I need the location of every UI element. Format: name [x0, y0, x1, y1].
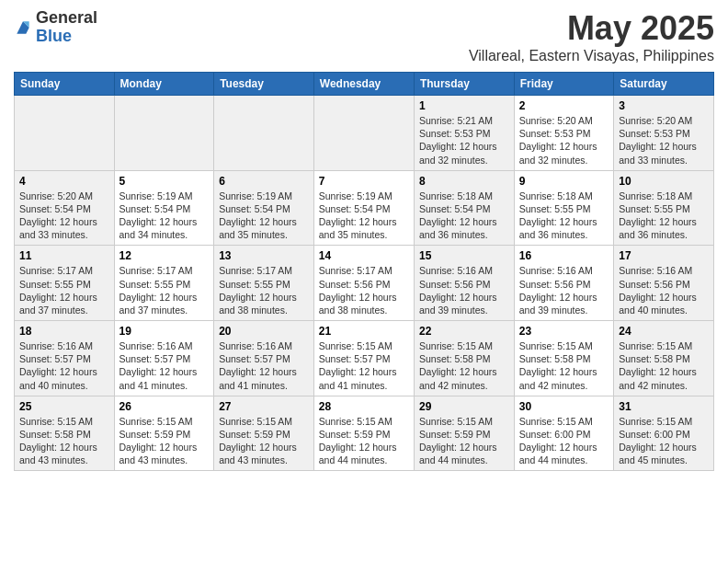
- day-number-25: 25: [19, 400, 109, 413]
- day-number-14: 14: [319, 249, 409, 262]
- day-info-18: Sunrise: 5:16 AM Sunset: 5:57 PM Dayligh…: [19, 339, 109, 392]
- day-info-5: Sunrise: 5:19 AM Sunset: 5:54 PM Dayligh…: [119, 190, 210, 242]
- day-cell-16: 16Sunrise: 5:16 AM Sunset: 5:56 PM Dayli…: [514, 246, 613, 321]
- day-cell-8: 8Sunrise: 5:18 AM Sunset: 5:54 PM Daylig…: [414, 170, 514, 246]
- day-info-31: Sunrise: 5:15 AM Sunset: 6:00 PM Dayligh…: [619, 415, 709, 467]
- header: General Blue May 2025 Villareal, Eastern…: [14, 9, 714, 64]
- day-cell-3: 3Sunrise: 5:20 AM Sunset: 5:53 PM Daylig…: [614, 96, 714, 171]
- day-number-8: 8: [419, 175, 509, 188]
- day-cell-1: 1Sunrise: 5:21 AM Sunset: 5:53 PM Daylig…: [414, 96, 514, 171]
- week-row-1: 1Sunrise: 5:21 AM Sunset: 5:53 PM Daylig…: [15, 96, 714, 171]
- day-number-30: 30: [519, 400, 609, 413]
- day-number-15: 15: [419, 249, 509, 262]
- header-tuesday: Tuesday: [214, 73, 314, 96]
- day-info-13: Sunrise: 5:17 AM Sunset: 5:55 PM Dayligh…: [219, 264, 309, 316]
- day-info-12: Sunrise: 5:17 AM Sunset: 5:55 PM Dayligh…: [119, 264, 210, 316]
- empty-cell: [15, 96, 115, 171]
- day-number-28: 28: [319, 400, 409, 413]
- day-number-11: 11: [19, 249, 109, 262]
- day-cell-17: 17Sunrise: 5:16 AM Sunset: 5:56 PM Dayli…: [614, 246, 714, 321]
- day-number-29: 29: [419, 400, 509, 413]
- day-info-22: Sunrise: 5:15 AM Sunset: 5:58 PM Dayligh…: [419, 339, 509, 392]
- day-number-21: 21: [319, 325, 409, 338]
- day-info-19: Sunrise: 5:16 AM Sunset: 5:57 PM Dayligh…: [119, 339, 210, 392]
- day-cell-11: 11Sunrise: 5:17 AM Sunset: 5:55 PM Dayli…: [15, 246, 115, 321]
- day-info-10: Sunrise: 5:18 AM Sunset: 5:55 PM Dayligh…: [619, 190, 709, 242]
- day-cell-14: 14Sunrise: 5:17 AM Sunset: 5:56 PM Dayli…: [313, 246, 414, 321]
- day-number-9: 9: [519, 175, 609, 188]
- day-number-22: 22: [419, 325, 509, 338]
- day-cell-19: 19Sunrise: 5:16 AM Sunset: 5:57 PM Dayli…: [114, 321, 214, 396]
- day-cell-31: 31Sunrise: 5:15 AM Sunset: 6:00 PM Dayli…: [614, 396, 714, 471]
- header-wednesday: Wednesday: [313, 73, 414, 96]
- day-number-16: 16: [519, 249, 609, 262]
- week-row-3: 11Sunrise: 5:17 AM Sunset: 5:55 PM Dayli…: [15, 246, 714, 321]
- month-title: May 2025: [469, 9, 714, 48]
- day-cell-18: 18Sunrise: 5:16 AM Sunset: 5:57 PM Dayli…: [15, 321, 115, 396]
- empty-cell: [313, 96, 414, 171]
- day-info-23: Sunrise: 5:15 AM Sunset: 5:58 PM Dayligh…: [519, 339, 609, 392]
- day-info-11: Sunrise: 5:17 AM Sunset: 5:55 PM Dayligh…: [19, 264, 109, 316]
- day-info-17: Sunrise: 5:16 AM Sunset: 5:56 PM Dayligh…: [619, 264, 709, 316]
- day-number-7: 7: [319, 175, 409, 188]
- header-monday: Monday: [114, 73, 214, 96]
- day-info-3: Sunrise: 5:20 AM Sunset: 5:53 PM Dayligh…: [619, 114, 709, 167]
- day-cell-30: 30Sunrise: 5:15 AM Sunset: 6:00 PM Dayli…: [514, 396, 613, 471]
- day-info-28: Sunrise: 5:15 AM Sunset: 5:59 PM Dayligh…: [319, 415, 409, 467]
- day-cell-26: 26Sunrise: 5:15 AM Sunset: 5:59 PM Dayli…: [114, 396, 214, 471]
- day-cell-6: 6Sunrise: 5:19 AM Sunset: 5:54 PM Daylig…: [214, 170, 314, 246]
- calendar-table: SundayMondayTuesdayWednesdayThursdayFrid…: [14, 72, 714, 471]
- header-thursday: Thursday: [414, 73, 514, 96]
- day-cell-29: 29Sunrise: 5:15 AM Sunset: 5:59 PM Dayli…: [414, 396, 514, 471]
- empty-cell: [114, 96, 214, 171]
- day-number-20: 20: [219, 325, 309, 338]
- header-row: SundayMondayTuesdayWednesdayThursdayFrid…: [15, 73, 714, 96]
- day-cell-7: 7Sunrise: 5:19 AM Sunset: 5:54 PM Daylig…: [313, 170, 414, 246]
- day-cell-20: 20Sunrise: 5:16 AM Sunset: 5:57 PM Dayli…: [214, 321, 314, 396]
- day-number-2: 2: [519, 99, 609, 112]
- day-info-9: Sunrise: 5:18 AM Sunset: 5:55 PM Dayligh…: [519, 190, 609, 242]
- day-info-2: Sunrise: 5:20 AM Sunset: 5:53 PM Dayligh…: [519, 114, 609, 167]
- day-info-25: Sunrise: 5:15 AM Sunset: 5:58 PM Dayligh…: [19, 415, 109, 467]
- day-info-21: Sunrise: 5:15 AM Sunset: 5:57 PM Dayligh…: [319, 339, 409, 392]
- location-title: Villareal, Eastern Visayas, Philippines: [469, 48, 714, 64]
- day-number-4: 4: [19, 175, 109, 188]
- day-info-27: Sunrise: 5:15 AM Sunset: 5:59 PM Dayligh…: [219, 415, 309, 467]
- day-number-3: 3: [619, 99, 709, 112]
- day-number-18: 18: [19, 325, 109, 338]
- day-cell-15: 15Sunrise: 5:16 AM Sunset: 5:56 PM Dayli…: [414, 246, 514, 321]
- day-number-31: 31: [619, 400, 709, 413]
- day-info-4: Sunrise: 5:20 AM Sunset: 5:54 PM Dayligh…: [19, 190, 109, 242]
- day-info-8: Sunrise: 5:18 AM Sunset: 5:54 PM Dayligh…: [419, 190, 509, 242]
- day-cell-5: 5Sunrise: 5:19 AM Sunset: 5:54 PM Daylig…: [114, 170, 214, 246]
- header-friday: Friday: [514, 73, 613, 96]
- logo-general-text: General: [36, 9, 97, 28]
- week-row-2: 4Sunrise: 5:20 AM Sunset: 5:54 PM Daylig…: [15, 170, 714, 246]
- day-number-23: 23: [519, 325, 609, 338]
- day-number-27: 27: [219, 400, 309, 413]
- day-cell-4: 4Sunrise: 5:20 AM Sunset: 5:54 PM Daylig…: [15, 170, 115, 246]
- day-info-14: Sunrise: 5:17 AM Sunset: 5:56 PM Dayligh…: [319, 264, 409, 316]
- day-cell-10: 10Sunrise: 5:18 AM Sunset: 5:55 PM Dayli…: [614, 170, 714, 246]
- day-number-13: 13: [219, 249, 309, 262]
- day-info-24: Sunrise: 5:15 AM Sunset: 5:58 PM Dayligh…: [619, 339, 709, 392]
- day-number-6: 6: [219, 175, 309, 188]
- day-cell-28: 28Sunrise: 5:15 AM Sunset: 5:59 PM Dayli…: [313, 396, 414, 471]
- day-info-7: Sunrise: 5:19 AM Sunset: 5:54 PM Dayligh…: [319, 190, 409, 242]
- day-number-1: 1: [419, 99, 509, 112]
- day-number-17: 17: [619, 249, 709, 262]
- day-info-16: Sunrise: 5:16 AM Sunset: 5:56 PM Dayligh…: [519, 264, 609, 316]
- day-info-1: Sunrise: 5:21 AM Sunset: 5:53 PM Dayligh…: [419, 114, 509, 167]
- day-number-5: 5: [119, 175, 210, 188]
- day-cell-9: 9Sunrise: 5:18 AM Sunset: 5:55 PM Daylig…: [514, 170, 613, 246]
- header-saturday: Saturday: [614, 73, 714, 96]
- day-number-10: 10: [619, 175, 709, 188]
- logo-text: General Blue: [36, 9, 97, 46]
- day-info-30: Sunrise: 5:15 AM Sunset: 6:00 PM Dayligh…: [519, 415, 609, 467]
- day-info-15: Sunrise: 5:16 AM Sunset: 5:56 PM Dayligh…: [419, 264, 509, 316]
- day-info-29: Sunrise: 5:15 AM Sunset: 5:59 PM Dayligh…: [419, 415, 509, 467]
- empty-cell: [214, 96, 314, 171]
- week-row-4: 18Sunrise: 5:16 AM Sunset: 5:57 PM Dayli…: [15, 321, 714, 396]
- logo-icon: [14, 18, 32, 37]
- day-cell-24: 24Sunrise: 5:15 AM Sunset: 5:58 PM Dayli…: [614, 321, 714, 396]
